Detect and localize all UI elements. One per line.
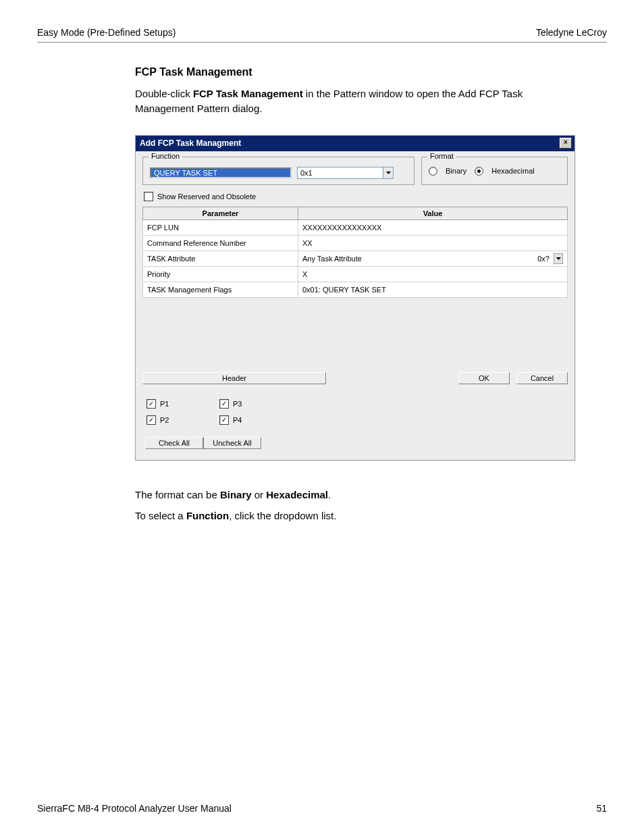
header-button[interactable]: Header	[142, 372, 326, 384]
chevron-down-icon	[554, 253, 563, 264]
table-row: TASK Management Flags 0x01: QUERY TASK S…	[143, 282, 568, 297]
checkbox-show-reserved[interactable]	[144, 192, 153, 201]
dialog-title: Add FCP Task Managment	[140, 138, 241, 148]
check-all-button[interactable]: Check All	[145, 437, 203, 449]
page-footer: SierraFC M8-4 Protocol Analyzer User Man…	[37, 803, 607, 814]
page-header: Easy Mode (Pre-Defined Setups) Teledyne …	[37, 27, 607, 43]
dialog-titlebar: Add FCP Task Managment ×	[136, 136, 574, 151]
close-icon[interactable]: ×	[560, 138, 572, 149]
section-title: FCP Task Management	[135, 66, 580, 78]
page-number: 51	[596, 803, 607, 814]
ok-button[interactable]: OK	[458, 372, 510, 384]
radio-binary[interactable]	[429, 167, 437, 176]
checkbox-p1[interactable]	[146, 399, 156, 409]
checkbox-p4[interactable]	[219, 415, 229, 425]
dialog-add-fcp-task-management: Add FCP Task Managment × Function QUERY …	[135, 135, 575, 461]
task-attribute-dropdown[interactable]	[554, 253, 563, 264]
cancel-button[interactable]: Cancel	[516, 372, 568, 384]
header-left: Easy Mode (Pre-Defined Setups)	[37, 27, 176, 38]
table-row: Command Reference Number XX	[143, 235, 568, 251]
fieldset-function: Function QUERY TASK SET 0x1	[142, 157, 414, 185]
table-row: FCP LUN XXXXXXXXXXXXXXXX	[143, 219, 568, 235]
radio-binary-label: Binary	[446, 167, 466, 175]
footer-left: SierraFC M8-4 Protocol Analyzer User Man…	[37, 803, 232, 814]
table-row: TASK Attribute Any Task Attribute 0x?	[143, 251, 568, 266]
uncheck-all-button[interactable]: Uncheck All	[203, 437, 261, 449]
fieldset-format: Format Binary Hexadecimal	[421, 157, 568, 185]
col-value: Value	[298, 207, 568, 219]
radio-hexadecimal[interactable]	[475, 167, 483, 176]
body-paragraph: The format can be Binary or Hexadecimal.	[135, 488, 580, 502]
header-right: Teledyne LeCroy	[536, 27, 607, 38]
format-legend: Format	[427, 152, 456, 160]
checkbox-p2[interactable]	[146, 415, 156, 425]
body-paragraph: To select a Function, click the dropdown…	[135, 509, 580, 523]
function-legend: Function	[149, 152, 182, 160]
radio-hex-label: Hexadecimal	[491, 167, 535, 175]
parameter-table: Parameter Value FCP LUN XXXXXXXXXXXXXXXX…	[142, 207, 568, 298]
intro-paragraph: Double-click FCP Task Management in the …	[135, 86, 580, 116]
function-select[interactable]: QUERY TASK SET	[150, 167, 292, 178]
table-row: Priority X	[143, 266, 568, 282]
checkbox-p3[interactable]	[219, 399, 229, 409]
col-parameter: Parameter	[143, 207, 298, 219]
chevron-down-icon[interactable]	[383, 167, 394, 179]
checkbox-show-reserved-label: Show Reserved and Obsolete	[157, 192, 256, 201]
function-code-combo[interactable]: 0x1	[297, 167, 394, 179]
